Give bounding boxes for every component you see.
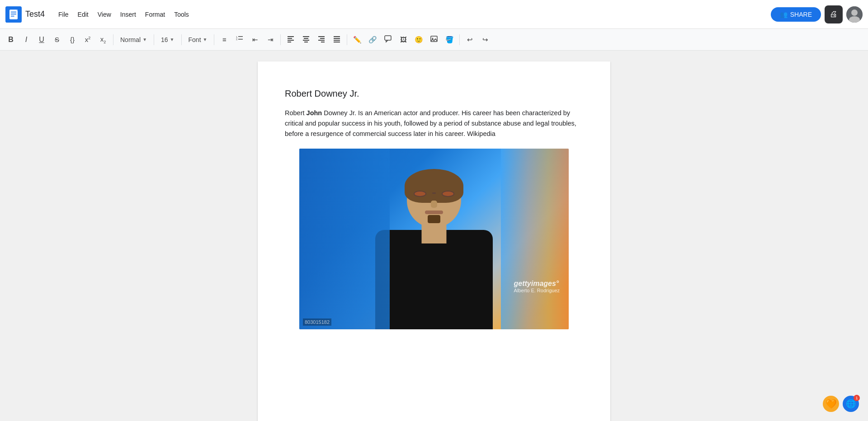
highlight-button[interactable]: ✏️ [350,33,364,47]
redo-button[interactable]: ↪ [478,33,492,47]
svg-rect-10 [238,36,243,37]
increase-indent-button[interactable]: ⇥ [263,33,278,47]
svg-rect-4 [11,15,14,16]
image-insert-button[interactable]: 🖼 [396,33,410,47]
print-button[interactable]: 🖨 [825,5,843,23]
svg-rect-22 [320,38,325,39]
document-heading: Robert Downey Jr. [285,89,583,99]
ordered-list-icon: 1. 2. [236,35,244,44]
align-left-button[interactable] [283,33,298,47]
divider-5 [280,34,281,45]
right-eye [442,191,454,197]
main-content-area: Robert Downey Jr. Robert John Downey Jr.… [0,51,868,421]
highlight-icon: ✏️ [353,36,362,44]
divider-3 [181,34,182,45]
link-button[interactable]: 🔗 [365,33,380,47]
subscript-label: x2 [100,35,106,44]
svg-rect-24 [321,42,325,42]
align-left-icon [287,35,295,44]
align-center-button[interactable] [299,33,313,47]
head-shape [407,173,461,228]
subscript-button[interactable]: x2 [96,33,110,47]
strikethrough-button[interactable]: S [50,33,64,47]
align-center-icon [302,35,310,44]
bottom-badges: 🧡 🌐 1 [823,396,859,412]
menu-edit[interactable]: Edit [73,9,93,20]
menu-insert[interactable]: Insert [116,9,141,20]
link-icon: 🔗 [368,36,377,44]
font-size-select[interactable]: 16 ▼ [157,33,178,47]
decrease-indent-button[interactable]: ⇤ [248,33,262,47]
svg-point-7 [851,9,858,16]
print-icon: 🖨 [830,9,838,19]
decrease-indent-icon: ⇤ [252,36,258,44]
svg-rect-14 [288,38,292,39]
svg-text:2.: 2. [236,38,238,41]
svg-rect-2 [11,11,17,12]
font-select[interactable]: Font ▼ [184,33,212,47]
braces-button[interactable]: {} [65,33,80,47]
bg-right [501,149,569,329]
font-chevron-icon: ▼ [203,37,208,42]
comment-button[interactable] [381,33,395,47]
hair-shape [405,169,463,203]
bold-button[interactable]: B [4,33,18,47]
svg-rect-21 [318,36,325,37]
divider-2 [154,34,154,45]
emoji-icon: 🙂 [415,36,423,44]
body-bold-word: John [307,109,322,117]
mouth-shape [425,210,443,214]
bg-left [299,149,390,329]
superscript-button[interactable]: x2 [80,33,95,47]
justify-button[interactable] [330,33,344,47]
document-image[interactable]: gettyimages° Alberto E. Rodriguez 803015… [299,149,569,329]
drive-image-button[interactable] [427,33,441,47]
menu-format[interactable]: Format [141,9,170,20]
notification-badge[interactable]: 🌐 1 [843,396,859,412]
align-right-button[interactable] [314,33,329,47]
image-insert-icon: 🖼 [400,36,407,43]
emoji-button[interactable]: 🙂 [411,33,426,47]
image-number: 803015182 [303,318,331,326]
svg-rect-29 [385,36,391,40]
svg-rect-28 [334,42,340,42]
doc-title: Test4 [25,9,45,19]
share-button[interactable]: 👥 SHARE [771,7,821,22]
divider-7 [459,34,460,45]
italic-button[interactable]: I [19,33,33,47]
svg-rect-23 [318,40,325,41]
svg-rect-16 [288,42,291,42]
svg-rect-19 [303,40,309,41]
menu-view[interactable]: View [93,9,116,20]
avatar[interactable] [846,6,863,23]
underline-button[interactable]: U [34,33,49,47]
comment-icon [384,35,392,44]
svg-rect-27 [334,40,340,41]
getty-watermark: gettyimages° Alberto E. Rodriguez [514,280,560,293]
svg-rect-3 [11,14,17,14]
menu-tools[interactable]: Tools [170,9,193,20]
drive-image-icon [430,35,438,44]
svg-rect-12 [238,39,243,40]
emoji-icon: 🧡 [826,398,837,409]
divider-4 [214,34,214,45]
font-size-value: 16 [161,36,168,43]
share-icon: 👥 [780,11,788,18]
svg-rect-18 [304,38,308,39]
body-prefix: Robert [285,109,307,117]
document-page[interactable]: Robert Downey Jr. Robert John Downey Jr.… [258,61,610,421]
document-image-container: gettyimages° Alberto E. Rodriguez 803015… [285,149,583,329]
unordered-list-button[interactable]: ≡ [217,33,231,47]
style-value: Normal [120,36,141,43]
style-select[interactable]: Normal ▼ [116,33,151,47]
ordered-list-button[interactable]: 1. 2. [232,33,247,47]
menu-file[interactable]: File [54,9,73,20]
body-shape [375,230,493,329]
paint-bucket-button[interactable]: 🪣 [442,33,457,47]
divider-6 [347,34,347,45]
toolbar: B I U S {} x2 x2 Normal ▼ 16 ▼ Font ▼ ≡ … [0,29,868,51]
superscript-label: x2 [85,36,91,43]
font-size-chevron-icon: ▼ [170,37,175,42]
undo-button[interactable]: ↩ [462,33,477,47]
svg-rect-25 [334,36,340,37]
